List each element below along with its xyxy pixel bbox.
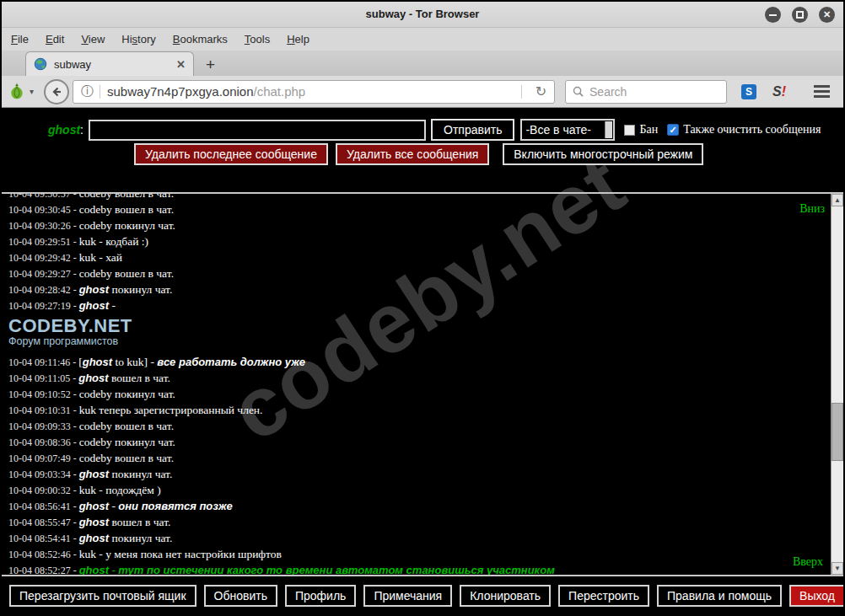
tab-close-icon[interactable]: ✕ — [176, 58, 186, 71]
chat-message: 10-04 08:52:27 - ghost - тут по истечени… — [8, 562, 825, 576]
url-host: subway7n4p7pxgya.onion — [107, 84, 253, 99]
chat-message: 10-04 09:10:31 - kuk теперь зарегистриро… — [8, 402, 825, 418]
new-tab-button[interactable]: + — [206, 56, 215, 72]
scroll-up-link[interactable]: Вверх — [793, 555, 823, 569]
menu-edit[interactable]: Edit — [40, 33, 70, 46]
menubar: FileEditViewHistoryBookmarksToolsHelp — [2, 28, 843, 51]
scroll-down-link[interactable]: Вниз — [799, 202, 825, 216]
current-nick-label: ghost — [48, 123, 80, 137]
url-path: /chat.php — [254, 84, 306, 99]
chat-message: 10-04 09:30:45 - codeby вошел в чат. — [8, 201, 825, 217]
chat-message: 10-04 09:29:42 - kuk - хай — [8, 249, 825, 265]
chat-frame: 10-04 09:30:57 - codeby вошел в чат.10-0… — [2, 192, 843, 576]
clear-messages-checkbox[interactable]: ✓ — [667, 124, 679, 136]
chat-message: 10-04 09:11:05 - ghost вошел в чат. — [8, 370, 825, 386]
chat-message: 10-04 09:30:57 - codeby вошел в чат. — [8, 192, 825, 201]
send-button[interactable]: Отправить — [431, 119, 514, 141]
chat-message: 10-04 09:29:51 - kuk - кодбай :) — [8, 233, 825, 249]
menu-tools[interactable]: Tools — [239, 33, 276, 46]
chat-message: 10-04 09:03:34 - ghost покинул чат. — [8, 466, 825, 482]
scrollbar-up-icon[interactable]: ▲ — [832, 194, 843, 206]
exit-button[interactable]: Выход — [789, 585, 843, 607]
window-title: subway - Tor Browser — [2, 8, 843, 20]
site-info-icon[interactable]: ⓘ — [81, 83, 94, 99]
delete-last-message-button[interactable]: Удалить последнее сообщение — [134, 143, 328, 165]
menu-bookmarks[interactable]: Bookmarks — [167, 33, 234, 46]
select-scrollbar — [605, 121, 612, 138]
menu-help[interactable]: Help — [281, 33, 315, 46]
chat-action-row: Удалить последнее сообщение Удалить все … — [134, 143, 703, 165]
close-icon: ✕ — [823, 10, 831, 19]
chat-message: 10-04 08:56:41 - ghost - они появятся по… — [8, 498, 825, 514]
bottom-toolbar: Перезагрузить почтовый ящикОбновитьПрофи… — [2, 581, 843, 609]
clear-messages-label: Также очистить сообщения — [683, 123, 821, 137]
minimize-button[interactable] — [765, 7, 781, 23]
tab-label: subway — [54, 58, 91, 71]
toolbar-button[interactable]: Профиль — [285, 585, 356, 607]
browser-window: subway - Tor Browser ✕ FileEditViewHisto… — [0, 0, 845, 616]
reload-icon[interactable]: ↻ — [536, 83, 546, 99]
nick-colon: : — [80, 123, 83, 137]
tor-onion-icon[interactable] — [8, 82, 27, 102]
chat-message: 10-04 09:27:19 - ghost - — [8, 297, 825, 313]
s-exclaim-icon[interactable]: S! — [772, 84, 786, 99]
scrollbar-down-icon[interactable]: ▼ — [832, 562, 843, 575]
chat-message: 10-04 09:08:36 - codeby покинул чат. — [8, 434, 825, 450]
search-icon — [573, 86, 584, 97]
startpage-icon[interactable]: S — [741, 84, 756, 99]
chat-message: 10-04 09:28:42 - ghost покинул чат. — [8, 281, 825, 297]
chat-message: 10-04 09:10:52 - codeby покинул чат. — [8, 386, 825, 402]
toolbar-button[interactable]: Перестроить — [558, 585, 649, 607]
ban-checkbox[interactable] — [624, 125, 635, 136]
chat-message: 10-04 08:54:41 - ghost покинул чат. — [8, 530, 825, 546]
close-button[interactable]: ✕ — [819, 7, 835, 23]
recipient-select-value: -Все в чате- — [525, 123, 590, 137]
toolbar-button[interactable]: Перезагрузить почтовый ящик — [9, 585, 196, 607]
ban-label: Бан — [639, 123, 658, 137]
titlebar: subway - Tor Browser ✕ — [2, 2, 843, 28]
tab-subway[interactable]: subway ✕ — [25, 51, 194, 76]
chat-message: 10-04 08:55:47 - ghost вошел в чат. — [8, 514, 825, 530]
chat-message: 10-04 09:07:49 - codeby вошел в чат. — [8, 450, 825, 466]
tabbar: subway ✕ + — [2, 51, 843, 76]
chat-messages: 10-04 09:30:57 - codeby вошел в чат.10-0… — [8, 196, 825, 576]
recipient-select[interactable]: -Все в чате- — [520, 119, 615, 141]
search-placeholder: Search — [589, 85, 627, 99]
tor-dropdown-caret-icon[interactable]: ▾ — [30, 87, 34, 96]
minimize-icon — [769, 14, 777, 16]
navigation-bar: ▾ ⓘ subway7n4p7pxgya.onion/chat.php ↻ Se… — [2, 76, 843, 108]
codeby-logo-title: CODEBY.NET — [8, 316, 825, 335]
codeby-logo-subtitle: Форум программистов — [8, 335, 825, 348]
window-controls: ✕ — [765, 7, 835, 23]
chat-message: 10-04 08:52:46 - kuk - у меня пока нет н… — [8, 546, 825, 562]
delete-all-messages-button[interactable]: Удалить все сообщения — [336, 143, 489, 165]
back-button[interactable] — [44, 79, 69, 104]
url-bar[interactable]: ⓘ subway7n4p7pxgya.onion/chat.php ↻ — [73, 80, 555, 104]
toolbar-button[interactable]: Правила и помощь — [657, 585, 782, 607]
maximize-button[interactable] — [792, 7, 808, 23]
toolbar-button[interactable]: Обновить — [204, 585, 277, 607]
back-arrow-icon — [50, 85, 63, 99]
search-box[interactable]: Search — [565, 80, 727, 104]
chat-message: 10-04 09:00:32 - kuk - подождём ) — [8, 482, 825, 498]
menu-view[interactable]: View — [75, 33, 110, 46]
menu-file[interactable]: File — [5, 33, 35, 46]
maximize-icon — [796, 11, 804, 19]
toolbar-button[interactable]: Примечания — [363, 585, 452, 607]
menu-hamburger-icon[interactable] — [814, 85, 830, 98]
globe-favicon-icon — [34, 57, 47, 71]
message-input[interactable] — [89, 120, 426, 141]
menu-history[interactable]: History — [116, 33, 161, 46]
url-separator — [100, 85, 100, 99]
codeby-logo: CODEBY.NETФорум программистов — [8, 316, 825, 351]
url-separator — [521, 85, 522, 99]
chat-message: 10-04 09:11:46 - [ghost to kuk] - все ра… — [8, 354, 825, 370]
toolbar-button[interactable]: Клонировать — [460, 585, 551, 607]
scrollbar-thumb[interactable] — [832, 403, 843, 461]
chat-scrollbar[interactable]: ▲ ▼ — [831, 194, 843, 575]
chat-message: 10-04 09:30:26 - codeby покинул чат. — [8, 217, 825, 233]
chat-input-row: ghost: Отправить -Все в чате- Бан ✓ Такж… — [2, 119, 843, 141]
chat-message: 10-04 09:29:27 - codeby вошел в чат. — [8, 265, 825, 281]
chat-message: 10-04 09:09:33 - codeby вошел в чат. — [8, 418, 825, 434]
multiline-mode-button[interactable]: Включить многострочный режим — [503, 143, 703, 165]
